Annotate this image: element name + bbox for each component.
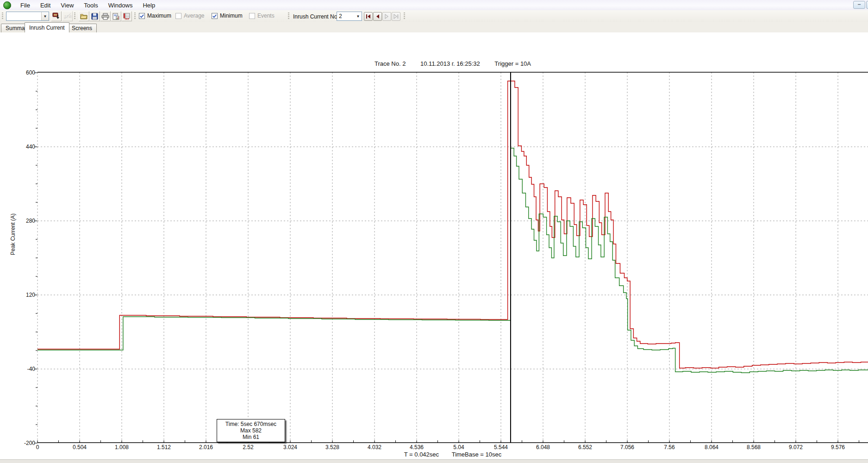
x-tick-label: 4.032 xyxy=(368,444,381,450)
y-axis-title: Peak Current (A) xyxy=(10,213,16,255)
chart-footer: T = 0.042sec TimeBase = 10sec xyxy=(399,451,507,458)
x-tick-label: 0.504 xyxy=(73,444,87,450)
tooltip-time: Time: 5sec 670msec xyxy=(218,421,284,427)
x-tick-label: 4.536 xyxy=(410,444,424,450)
trace-number-label: Trace No. 2 xyxy=(375,60,406,67)
trace-datetime-label: 10.11.2013 г. 16:25:32 xyxy=(420,60,480,67)
x-tick-label: 3.528 xyxy=(325,444,339,450)
trigger-label: Trigger = 10A xyxy=(494,60,531,67)
timebase-label: TimeBase = 10sec xyxy=(452,451,502,458)
x-tick-label: 3.024 xyxy=(283,444,297,450)
x-tick-label: 1.008 xyxy=(115,444,129,450)
status-bar xyxy=(0,459,868,463)
tab-inrush-current[interactable]: Inrush Current xyxy=(25,22,69,32)
trace-maximum xyxy=(37,81,868,368)
application-window: File Edit View Tools Windows Help – ▼ 17… xyxy=(0,0,868,463)
cursor-tooltip: Time: 5sec 670msec Max 582 Min 61 xyxy=(217,419,285,442)
trace-minimum xyxy=(37,148,868,373)
x-tick-label: 2.52 xyxy=(243,444,253,450)
x-tick-label: 1.512 xyxy=(157,444,171,450)
inrush-current-plot[interactable] xyxy=(0,0,868,463)
x-tick-label: 6.552 xyxy=(578,444,592,450)
tooltip-min: Min 61 xyxy=(218,434,284,440)
y-tick-label: -200 xyxy=(18,440,35,446)
y-tick-label: 280 xyxy=(18,218,35,224)
x-tick-label: 5.04 xyxy=(453,444,464,450)
tooltip-max: Max 582 xyxy=(218,427,284,434)
y-tick-label: 440 xyxy=(18,144,35,150)
y-tick-label: -40 xyxy=(18,366,35,372)
x-tick-label: 8.064 xyxy=(705,444,718,450)
x-tick-label: 2.016 xyxy=(199,444,213,450)
y-tick-label: 600 xyxy=(18,69,35,76)
x-tick-label: 9.576 xyxy=(831,444,845,450)
chart-title: Trace No. 2 10.11.2013 г. 16:25:32 Trigg… xyxy=(368,60,537,67)
x-tick-label: 6.048 xyxy=(536,444,550,450)
x-tick-label: 7.056 xyxy=(620,444,634,450)
y-tick-label: 120 xyxy=(18,292,35,298)
x-tick-label: 9.072 xyxy=(789,444,803,450)
sample-time-label: T = 0.042sec xyxy=(404,451,439,458)
x-tick-label: 7.56 xyxy=(664,444,674,450)
x-tick-label: 0 xyxy=(36,444,39,450)
x-tick-label: 5.544 xyxy=(494,444,508,450)
x-tick-label: 8.568 xyxy=(747,444,761,450)
